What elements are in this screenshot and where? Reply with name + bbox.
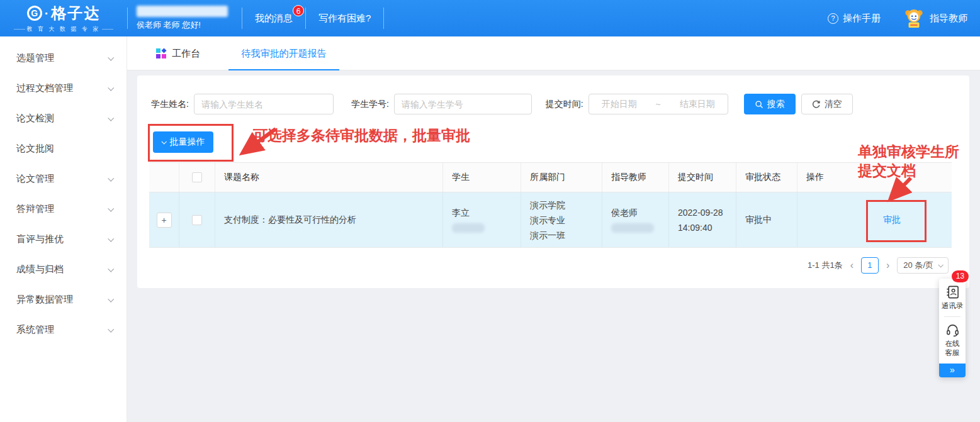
select-all-column-header xyxy=(179,163,215,192)
masked-student-id xyxy=(452,223,485,233)
cell-action: 审批 xyxy=(797,192,952,247)
chevron-down-icon xyxy=(108,296,114,302)
table-row: + 支付制度：必要性及可行性的分析 李立 演示学院 演示专业 演示一班 侯老师 … xyxy=(149,192,952,248)
date-range-separator: ~ xyxy=(656,99,661,109)
student-name: 李立 xyxy=(452,208,512,219)
cell-submit-time: 2022-09-28 14:09:40 xyxy=(669,192,736,247)
column-header-action: 操作 xyxy=(797,163,952,192)
tab-workbench[interactable]: 工作台 xyxy=(156,36,200,70)
sidebar-nav: 选题管理 过程文档管理 论文检测 论文批阅 论文管理 答辩管理 盲评与推优 成绩… xyxy=(0,36,127,422)
sidebar-item-label: 选题管理 xyxy=(16,52,54,64)
sidebar-item-label: 盲评与推优 xyxy=(16,233,64,245)
sidebar-item-grades-archive[interactable]: 成绩与归档 xyxy=(0,254,127,284)
submit-clock: 14:09:40 xyxy=(678,220,727,235)
refresh-icon xyxy=(812,100,821,109)
messages-count-badge: 6 xyxy=(293,5,304,16)
sidebar-item-paper-check[interactable]: 论文检测 xyxy=(0,103,127,133)
page-number-button[interactable]: 1 xyxy=(861,257,879,274)
brand-tagline: 教 育 大 数 据 专 家 xyxy=(14,25,113,33)
sidebar-item-label: 成绩与归档 xyxy=(16,264,64,275)
brand-name: 格子达 xyxy=(51,3,100,23)
sidebar-item-label: 论文检测 xyxy=(16,113,54,125)
user-info: 侯老师 老师 您好! xyxy=(137,6,228,31)
student-id-label: 学生学号: xyxy=(351,99,389,110)
cell-advisor: 侯老师 xyxy=(602,192,669,247)
contacts-book-icon[interactable] xyxy=(945,285,960,299)
sidebar-item-label: 论文批阅 xyxy=(16,143,54,155)
column-header-advisor: 指导教师 xyxy=(602,163,669,192)
brand-logo[interactable]: G · 格子达 教 育 大 数 据 专 家 xyxy=(0,3,127,33)
logo-circle-g-icon: G xyxy=(27,6,42,21)
table-header-row: 课题名称 学生 所属部门 指导教师 提交时间 审批状态 操作 xyxy=(149,162,952,192)
writing-help-link[interactable]: 写作有困难? xyxy=(306,13,383,25)
search-button-label: 搜索 xyxy=(767,99,785,110)
cell-status: 审批中 xyxy=(736,192,797,247)
student-id-input[interactable] xyxy=(394,94,532,114)
search-button[interactable]: 搜索 xyxy=(744,94,796,114)
sidebar-item-topic-management[interactable]: 选题管理 xyxy=(0,43,127,73)
contacts-label[interactable]: 通讯录 xyxy=(942,301,964,311)
row-expand-button[interactable]: + xyxy=(157,213,172,228)
submit-date: 2022-09-28 xyxy=(678,205,727,220)
workbench-label: 工作台 xyxy=(172,48,200,60)
my-messages-link[interactable]: 我的消息 6 xyxy=(242,13,305,25)
row-checkbox[interactable] xyxy=(192,215,202,225)
prev-page-button[interactable]: ‹ xyxy=(849,260,855,271)
column-header-student: 学生 xyxy=(443,163,521,192)
select-all-checkbox[interactable] xyxy=(192,172,202,182)
page-size-value: 20 条/页 xyxy=(903,260,933,271)
page-size-select[interactable]: 20 条/页 xyxy=(897,257,949,274)
sidebar-item-abnormal-data[interactable]: 异常数据管理 xyxy=(0,284,127,314)
approve-link[interactable]: 审批 xyxy=(806,214,943,226)
date-range-picker[interactable]: 开始日期 ~ 结束日期 xyxy=(589,94,728,114)
app-header: G · 格子达 教 育 大 数 据 专 家 侯老师 老师 您好! 我的消息 6 … xyxy=(0,0,980,36)
cell-department: 演示学院 演示专业 演示一班 xyxy=(521,192,602,247)
chevron-down-icon xyxy=(108,114,114,121)
sidebar-item-defense-management[interactable]: 答辩管理 xyxy=(0,194,127,224)
advisor-name: 侯老师 xyxy=(611,208,660,219)
sidebar-item-system-management[interactable]: 系统管理 xyxy=(0,314,127,345)
batch-operation-button[interactable]: 批量操作 xyxy=(153,131,213,153)
contacts-count-badge: 13 xyxy=(952,270,969,282)
advisor-role[interactable]: 指导教师 xyxy=(903,8,967,28)
header-divider xyxy=(127,8,128,29)
next-page-button[interactable]: › xyxy=(885,260,891,271)
chevron-down-icon xyxy=(108,235,114,242)
student-name-label: 学生姓名: xyxy=(151,99,189,110)
sidebar-item-blind-review[interactable]: 盲评与推优 xyxy=(0,224,127,254)
sidebar-item-paper-review[interactable]: 论文批阅 xyxy=(0,133,127,164)
column-header-title: 课题名称 xyxy=(215,163,443,192)
clear-button[interactable]: 清空 xyxy=(801,94,853,114)
widget-collapse-button[interactable]: » xyxy=(939,364,966,377)
chevron-down-icon xyxy=(938,262,943,267)
end-date-placeholder: 结束日期 xyxy=(680,99,715,110)
chevron-down-icon xyxy=(108,84,114,91)
question-circle-icon: ? xyxy=(828,13,838,24)
manual-link[interactable]: ? 操作手册 xyxy=(828,13,881,25)
widget-divider xyxy=(944,316,960,317)
department-class: 演示一班 xyxy=(530,228,593,243)
headset-icon[interactable] xyxy=(945,323,960,337)
sidebar-item-label: 答辩管理 xyxy=(16,203,54,215)
online-service-line2: 客服 xyxy=(945,348,960,358)
tab-pending-approval-reports[interactable]: 待我审批的开题报告 xyxy=(228,36,339,70)
sidebar-item-process-docs[interactable]: 过程文档管理 xyxy=(0,73,127,103)
cell-student: 李立 xyxy=(443,192,521,247)
advisor-label: 指导教师 xyxy=(930,13,967,25)
manual-label: 操作手册 xyxy=(843,13,881,25)
online-service-label[interactable]: 在线 客服 xyxy=(945,339,960,358)
chevron-down-icon xyxy=(108,54,114,60)
sidebar-item-paper-management[interactable]: 论文管理 xyxy=(0,164,127,194)
floating-sidebar-widget: 通讯录 在线 客服 » xyxy=(939,279,966,377)
chevron-down-icon xyxy=(108,326,114,332)
submit-time-label: 提交时间: xyxy=(546,99,583,110)
department-college: 演示学院 xyxy=(530,197,593,213)
student-name-input[interactable] xyxy=(194,94,334,114)
masked-advisor-id xyxy=(611,223,654,233)
writing-help-label: 写作有困难? xyxy=(318,13,371,23)
batch-operation-label: 批量操作 xyxy=(170,136,205,148)
status-badge: 审批中 xyxy=(745,214,788,226)
user-greeting: 侯老师 老师 您好! xyxy=(137,19,228,31)
filter-bar: 学生姓名: 学生学号: 提交时间: 开始日期 ~ 结束日期 搜索 清空 xyxy=(151,94,853,114)
masked-username xyxy=(137,6,228,17)
